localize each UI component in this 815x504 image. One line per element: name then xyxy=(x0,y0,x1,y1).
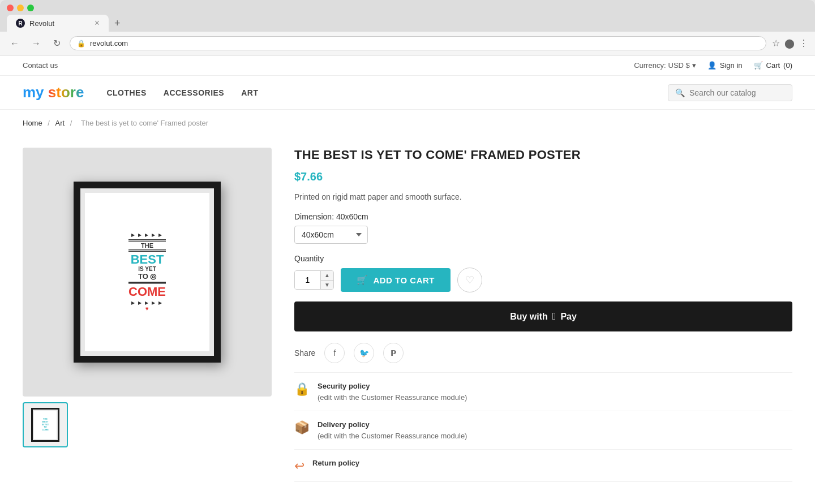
url-text: revolut.com xyxy=(90,39,128,48)
currency-value: USD $ xyxy=(668,61,690,70)
reload-button[interactable]: ↻ xyxy=(50,37,64,50)
traffic-light-yellow[interactable] xyxy=(17,5,24,11)
quantity-arrows: ▲ ▼ xyxy=(320,271,333,289)
user-icon: 👤 xyxy=(707,61,717,70)
thumbnail-row: THEBESTIS YETTOCOME xyxy=(23,402,272,447)
framed-poster: ▶ ▶ ▶ ▶ ▶ THE BEST IS YET TO ◎ xyxy=(74,182,221,363)
tab-favicon: R xyxy=(16,19,25,28)
browser-tab[interactable]: R Revolut × xyxy=(7,15,109,32)
bookmark-button[interactable]: ☆ xyxy=(772,38,780,49)
lock-icon: 🔒 xyxy=(77,40,85,48)
main-product-image: ▶ ▶ ▶ ▶ ▶ THE BEST IS YET TO ◎ xyxy=(23,148,272,397)
delivery-policy-text: Delivery policy (edit with the Customer … xyxy=(318,419,467,441)
breadcrumb-separator-1: / xyxy=(48,119,52,127)
poster-best: BEST xyxy=(128,253,166,266)
back-button[interactable]: ← xyxy=(7,37,23,50)
product-details: THE BEST IS YET TO COME' FRAMED POSTER $… xyxy=(294,148,792,482)
breadcrumb-home[interactable]: Home xyxy=(23,119,42,127)
page: Contact us Currency: USD $ ▾ 👤 Sign in 🛒… xyxy=(0,55,815,504)
nav-art[interactable]: ART xyxy=(241,88,258,97)
delivery-policy-icon: 📦 xyxy=(294,420,310,435)
breadcrumb-current: The best is yet to come' Framed poster xyxy=(81,119,208,127)
facebook-share-button[interactable]: f xyxy=(324,343,345,363)
delivery-policy-title: Delivery policy xyxy=(318,420,370,429)
search-input[interactable] xyxy=(689,88,785,97)
buy-with-label: Buy with xyxy=(510,312,548,322)
browser-actions: ☆ ⬤ ⋮ xyxy=(772,38,808,49)
product-description: Printed on rigid matt paper and smooth s… xyxy=(294,191,792,203)
nav-accessories[interactable]: ACCESSORIES xyxy=(164,88,224,97)
add-to-cart-button[interactable]: 🛒 ADD TO CART xyxy=(341,268,451,292)
poster-the: THE xyxy=(128,242,166,249)
traffic-light-red[interactable] xyxy=(7,5,14,11)
address-bar[interactable]: 🔒 revolut.com xyxy=(70,36,766,50)
quantity-control[interactable]: 1 ▲ ▼ xyxy=(294,270,334,290)
return-policy-title: Return policy xyxy=(312,459,359,467)
logo[interactable]: my store xyxy=(23,84,84,101)
dimension-label: Dimension: 40x60cm xyxy=(294,212,792,221)
sign-in-label: Sign in xyxy=(720,61,743,70)
quantity-down-button[interactable]: ▼ xyxy=(320,281,333,290)
return-policy-icon: ↩ xyxy=(294,459,304,473)
policies: 🔒 Security policy (edit with the Custome… xyxy=(294,372,792,482)
heart-icon: ♡ xyxy=(465,274,474,286)
breadcrumb: Home / Art / The best is yet to come' Fr… xyxy=(0,110,815,136)
quantity-input[interactable]: 1 xyxy=(295,271,320,289)
top-bar-right: Currency: USD $ ▾ 👤 Sign in 🛒 Cart (0) xyxy=(634,61,792,70)
twitter-share-button[interactable]: 🐦 xyxy=(354,343,374,363)
add-to-cart-label: ADD TO CART xyxy=(373,275,435,285)
product-thumbnail[interactable]: THEBESTIS YETTOCOME xyxy=(23,402,68,447)
security-policy-title: Security policy xyxy=(318,382,370,390)
buy-now-button[interactable]: Buy with  Pay xyxy=(294,301,792,331)
quantity-up-button[interactable]: ▲ xyxy=(320,271,333,281)
poster-arrows-top: ▶ ▶ ▶ ▶ ▶ xyxy=(128,232,166,238)
browser-toolbar: ← → ↻ 🔒 revolut.com ☆ ⬤ ⋮ xyxy=(0,32,815,55)
cart-button[interactable]: 🛒 Cart (0) xyxy=(754,61,792,70)
poster-come: COME xyxy=(128,286,166,298)
thumb-mini-poster: THEBESTIS YETTOCOME xyxy=(31,408,59,442)
return-policy-text: Return policy xyxy=(312,458,359,469)
breadcrumb-art[interactable]: Art xyxy=(55,119,65,127)
wishlist-button[interactable]: ♡ xyxy=(457,268,482,292)
quantity-row: 1 ▲ ▼ 🛒 ADD TO CART ♡ xyxy=(294,268,792,292)
poster-circle: ◎ xyxy=(150,272,156,281)
sign-in-button[interactable]: 👤 Sign in xyxy=(707,61,743,70)
pinterest-share-button[interactable]: 𝗣 xyxy=(383,343,404,363)
search-bar[interactable]: 🔍 xyxy=(668,84,792,101)
cart-icon: 🛒 xyxy=(754,61,763,70)
share-label: Share xyxy=(294,348,315,357)
security-policy-text: Security policy (edit with the Customer … xyxy=(318,381,467,403)
product-page: ▶ ▶ ▶ ▶ ▶ THE BEST IS YET TO ◎ xyxy=(0,136,815,504)
product-images: ▶ ▶ ▶ ▶ ▶ THE BEST IS YET TO ◎ xyxy=(23,148,272,482)
share-row: Share f 🐦 𝗣 xyxy=(294,343,792,363)
nav-clothes[interactable]: CLOTHES xyxy=(106,88,146,97)
forward-button[interactable]: → xyxy=(28,37,44,50)
tab-close-button[interactable]: × xyxy=(95,18,100,28)
delivery-policy-edit-note: (edit with the Customer Reassurance modu… xyxy=(318,432,467,440)
poster-arrows-bottom: ▶ ▶ ▶ ▶ ▶ ♥ xyxy=(128,300,166,312)
product-price: $7.66 xyxy=(294,170,792,183)
cart-icon-btn: 🛒 xyxy=(357,275,368,285)
currency-dropdown-icon: ▾ xyxy=(692,61,696,70)
dimension-selector[interactable]: 40x60cm xyxy=(294,226,792,244)
dimension-dropdown[interactable]: 40x60cm xyxy=(294,226,368,244)
product-title: THE BEST IS YET TO COME' FRAMED POSTER xyxy=(294,148,792,162)
apple-icon:  xyxy=(552,311,556,322)
tab-title: Revolut xyxy=(29,19,54,28)
top-bar: Contact us Currency: USD $ ▾ 👤 Sign in 🛒… xyxy=(0,55,815,76)
new-tab-button[interactable]: + xyxy=(110,15,125,32)
profile-button[interactable]: ⬤ xyxy=(784,38,795,49)
poster-is-yet: IS YET xyxy=(128,266,166,272)
search-icon: 🔍 xyxy=(675,88,685,97)
menu-button[interactable]: ⋮ xyxy=(799,38,808,49)
return-policy: ↩ Return policy xyxy=(294,449,792,482)
cart-label: Cart xyxy=(766,61,780,70)
security-policy: 🔒 Security policy (edit with the Custome… xyxy=(294,372,792,411)
pinterest-icon: 𝗣 xyxy=(391,348,396,357)
currency-selector[interactable]: Currency: USD $ ▾ xyxy=(634,61,696,70)
nav-bar: my store CLOTHES ACCESSORIES ART 🔍 xyxy=(0,76,815,110)
traffic-light-green[interactable] xyxy=(27,5,34,11)
thumb-inner: THEBESTIS YETTOCOME xyxy=(33,410,58,440)
contact-us-link[interactable]: Contact us xyxy=(23,61,58,70)
cart-count: (0) xyxy=(783,61,792,70)
